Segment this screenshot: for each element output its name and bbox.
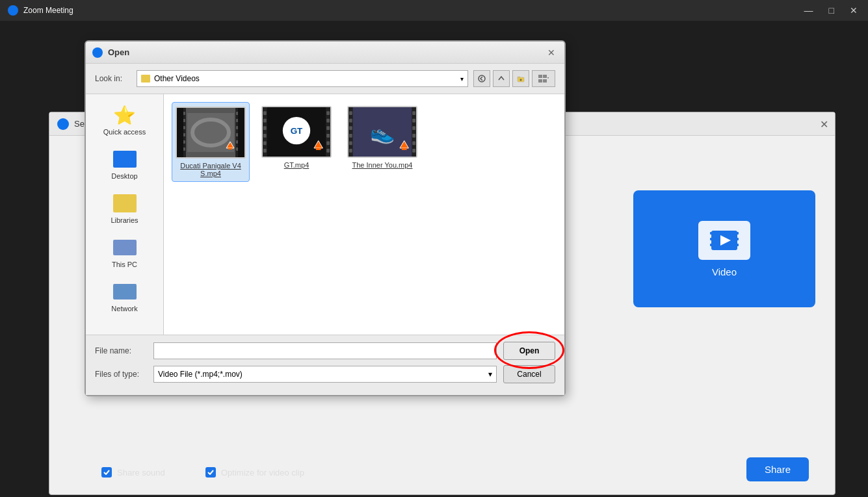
file-area: Ducati Panigale V4 S.mp4 [164,94,564,335]
filetype-select[interactable]: Video File (*.mp4;*.mov) ▾ [153,366,497,383]
svg-rect-65 [412,119,415,123]
optimize-row: Optimize for video clip [205,467,304,478]
share-sound-checkbox[interactable] [101,467,112,478]
film-strip-ducati [177,108,244,157]
titlebar: Zoom Meeting — □ ✕ [0,0,868,21]
view-icon [538,75,549,83]
svg-text:GT: GT [291,126,303,136]
svg-rect-23 [183,119,185,122]
thumb-ducati [177,108,244,157]
svg-rect-59 [349,119,352,123]
svg-rect-46 [326,119,330,123]
file-thumbnail-ducati [176,107,246,159]
svg-rect-35 [228,148,232,149]
lookin-tools [473,70,555,87]
back-icon [478,75,486,83]
desktop-label: Desktop [111,172,137,180]
lookin-row: Look in: Other Videos ▾ [86,64,564,94]
close-button[interactable]: ✕ [845,3,863,18]
sidebar: ⭐ Quick access Desktop Libraries [86,94,164,335]
optimize-label: Optimize for video clip [221,468,304,478]
share-sound-label: Share sound [117,468,165,478]
sidebar-item-this-pc[interactable]: This PC [86,233,163,272]
network-icon [113,281,137,302]
open-dialog-title: Open [108,47,129,57]
svg-rect-39 [263,111,267,115]
minimize-button[interactable]: — [799,3,819,18]
filetype-value: Video File (*.mp4;*.mov) [158,370,243,379]
svg-rect-72 [402,148,407,150]
share-window-close-button[interactable]: ✕ [820,118,828,130]
new-folder-icon [517,75,525,83]
star-icon: ⭐ [113,105,136,126]
svg-rect-42 [263,134,267,138]
svg-rect-61 [349,134,352,138]
maximize-button[interactable]: □ [824,3,839,18]
quick-access-label: Quick access [103,128,146,136]
svg-point-8 [479,75,485,82]
open-dialog-close-button[interactable]: ✕ [544,46,559,59]
sidebar-item-desktop[interactable]: Desktop [86,145,163,184]
file-item-ducati[interactable]: Ducati Panigale V4 S.mp4 [172,102,250,182]
filename-row: File name: Open [95,342,555,360]
back-button[interactable] [473,70,490,87]
video-card[interactable]: Video [633,190,815,307]
app-icon [8,5,18,16]
file-item-inner-you[interactable]: 👟 The Inner You.mp4 [343,102,421,182]
svg-rect-32 [236,140,239,144]
svg-rect-41 [263,126,267,130]
filename-input[interactable] [153,342,497,359]
svg-rect-54 [316,148,321,150]
sidebar-item-quick-access[interactable]: ⭐ Quick access [86,101,163,140]
svg-rect-67 [412,134,415,138]
svg-rect-15 [543,79,547,83]
folder-icon [141,75,150,83]
video-card-label: Video [712,266,737,277]
svg-rect-43 [263,141,267,145]
optimize-checkbox[interactable] [205,467,216,478]
lookin-label: Look in: [95,74,131,83]
sidebar-item-libraries[interactable]: Libraries [86,189,163,228]
svg-rect-49 [326,141,330,145]
svg-rect-45 [326,111,330,115]
svg-rect-66 [412,126,415,130]
svg-rect-26 [183,140,185,144]
svg-rect-24 [183,126,185,129]
filetype-row: Files of type: Video File (*.mp4;*.mov) … [95,365,555,383]
video-card-icon [698,221,750,260]
open-dialog-bottom: File name: Open Files of type: Video Fil… [86,335,564,395]
svg-rect-7 [736,244,739,246]
this-pc-icon [113,237,137,258]
lookin-dropdown[interactable]: Other Videos ▾ [137,70,468,87]
svg-rect-31 [236,133,239,136]
open-dialog-body: ⭐ Quick access Desktop Libraries [86,94,564,335]
sidebar-item-network[interactable]: Network [86,277,163,316]
ducati-thumb [182,108,239,157]
file-item-gt[interactable]: GT GT.mp4 [257,102,335,182]
file-name-inner-you: The Inner You.mp4 [352,161,413,169]
svg-rect-28 [236,112,239,115]
cancel-button[interactable]: Cancel [503,365,555,383]
svg-rect-33 [236,147,239,151]
network-label: Network [111,305,137,312]
svg-rect-68 [412,141,415,145]
this-pc-label: This PC [112,261,137,268]
zoom-content: Select a window or an application that y… [0,21,868,497]
svg-marker-16 [547,77,549,79]
share-sound-row: Share sound [101,467,165,478]
filetype-label: Files of type: [95,370,147,379]
svg-rect-13 [543,75,547,78]
svg-rect-40 [263,119,267,123]
share-button[interactable]: Share [746,457,809,481]
checkmark-icon [103,470,110,475]
svg-rect-4 [710,238,713,240]
svg-rect-50 [326,149,330,153]
open-button[interactable]: Open [503,342,555,360]
up-button[interactable] [493,70,510,87]
svg-rect-60 [349,126,352,130]
libraries-icon [113,193,137,214]
file-thumbnail-inner-you: 👟 [347,106,417,158]
new-folder-button[interactable] [512,70,529,87]
view-button[interactable] [532,70,555,87]
svg-rect-69 [412,149,415,153]
